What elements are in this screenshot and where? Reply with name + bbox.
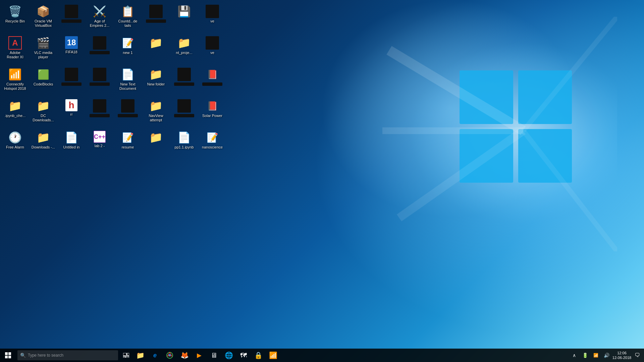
icon-label-redacted: [61, 82, 82, 86]
icon-label: pp1.1.ipynb: [175, 145, 194, 149]
icon-folder-redacted-4[interactable]: 📁: [143, 129, 169, 160]
untitled-icon: 📄: [65, 131, 78, 144]
taskbar-file-explorer[interactable]: 📁: [133, 349, 148, 362]
tray-battery[interactable]: 🔋: [580, 349, 590, 362]
app8-icon: 🗺: [240, 352, 247, 359]
taskbar-firefox[interactable]: 🦊: [177, 349, 192, 362]
taskbar-vlc[interactable]: ▶: [192, 349, 207, 362]
icon-label-redacted: [90, 82, 110, 86]
tray-notification-center[interactable]: 🗨: [632, 349, 643, 362]
edge-icon: e: [153, 352, 157, 359]
connectify-icon: 📶: [8, 68, 22, 81]
icon-word-redacted-5[interactable]: [114, 98, 141, 128]
icon-nanoscience[interactable]: 📝 nanoscience: [199, 129, 226, 160]
icon-age-of-empires[interactable]: ⚔️ Age ofEmpires 2...: [86, 3, 113, 34]
icon-pdf-redacted-1[interactable]: 📕: [199, 66, 226, 97]
taskbar-search-bar[interactable]: 🔍: [17, 350, 118, 360]
h-file-icon: h: [65, 99, 77, 111]
search-input[interactable]: [28, 353, 102, 358]
icon-ipynb-che[interactable]: 📁 .ipynb_che...: [2, 98, 29, 128]
taskbar-app6[interactable]: 🖥: [207, 349, 221, 362]
taskbar-app9[interactable]: 🔒: [251, 349, 266, 362]
taskbar-app7[interactable]: 🌐: [221, 349, 236, 362]
taskbar-app8[interactable]: 🗺: [236, 349, 251, 362]
task-view-icon: [123, 353, 129, 358]
icon-word-redacted-2[interactable]: ve: [199, 35, 226, 65]
icon-label-redacted: [118, 114, 138, 117]
icon-solar-power[interactable]: 📕 Solar Power: [199, 98, 226, 128]
icon-label: nt_proje...: [176, 51, 193, 55]
icon-resume[interactable]: 📝 resume: [114, 129, 141, 160]
icon-cpp-lab2[interactable]: C++ lab 2 -: [86, 129, 113, 160]
age-of-empires-icon: ⚔️: [93, 5, 106, 18]
icon-disk[interactable]: 💾: [171, 3, 198, 34]
icon-redacted-app1[interactable]: [143, 3, 169, 34]
icon-countdown-details[interactable]: 📋 Countd...details: [114, 3, 141, 34]
icon-label: new 1: [123, 51, 132, 55]
pp1-ipynb-icon: 📄: [177, 131, 191, 144]
icon-folder-redacted-1[interactable]: [58, 3, 85, 34]
icon-recycle-bin[interactable]: 🗑️ Recycle Bin: [2, 3, 29, 34]
tray-volume[interactable]: 🔊: [601, 349, 612, 362]
windows-logo: [382, 17, 617, 251]
icon-folder-redacted-2[interactable]: 📁: [143, 35, 169, 65]
redacted-app2-icon: [206, 5, 219, 18]
icon-folder-redacted-3[interactable]: [171, 66, 198, 97]
icon-adobe-reader[interactable]: A AdobeReader XI: [2, 35, 29, 65]
system-tray: ∧ 🔋 📶 🔊 12:06 12-06-2018 🗨: [569, 349, 644, 362]
icon-label-redacted: [146, 19, 166, 23]
icon-word-redacted-4[interactable]: [86, 98, 113, 128]
tray-network[interactable]: 📶: [590, 349, 601, 362]
icon-pp1-ipynb[interactable]: 📄 pp1.1.ipynb: [171, 129, 198, 160]
desktop-icons-area: 🗑️ Recycle Bin 📦 Oracle VMVirtualBox ⚔️ …: [0, 0, 235, 302]
icon-word-redacted-6[interactable]: [171, 98, 198, 128]
icon-label: ve: [210, 19, 214, 23]
icon-label: resume: [122, 145, 134, 149]
tray-expand-button[interactable]: ∧: [569, 349, 580, 362]
word-redacted-5-icon: [121, 99, 135, 113]
icon-label: NavViewattempt: [149, 114, 163, 122]
icon-connectify[interactable]: 📶 ConnectifyHotspot 2018: [2, 66, 29, 97]
taskbar-wifi-app[interactable]: 📶: [266, 349, 280, 362]
icon-redacted-app2[interactable]: ve: [199, 3, 226, 34]
icon-label-redacted: [90, 114, 110, 117]
icon-text-redacted-1[interactable]: [58, 66, 85, 97]
svg-rect-13: [8, 356, 11, 358]
icon-fifa18[interactable]: 18 FIFA18: [58, 35, 85, 65]
icon-downloads-folder[interactable]: 📁 Downloads -...: [30, 129, 57, 160]
icon-vlc[interactable]: 🎬 VLC mediaplayer: [30, 35, 57, 65]
taskbar-chrome[interactable]: [162, 349, 177, 362]
icon-oracle-vm[interactable]: 📦 Oracle VMVirtualBox: [30, 3, 57, 34]
icon-free-alarm[interactable]: 🕐 Free Alarm: [2, 129, 29, 160]
icon-navview-attempt[interactable]: 📁 NavViewattempt: [143, 98, 169, 128]
icon-untitled[interactable]: 📄 Untitled in: [58, 129, 85, 160]
search-icon: 🔍: [20, 353, 26, 358]
icon-word-redacted-3[interactable]: [86, 66, 113, 97]
taskbar-edge[interactable]: e: [148, 349, 162, 362]
text-redacted-1-icon: [65, 68, 78, 81]
redacted-app1-icon: [149, 5, 163, 18]
icon-word-redacted-1[interactable]: [86, 35, 113, 65]
icon-h-file[interactable]: h rr: [58, 98, 85, 128]
solar-power-icon: 📕: [206, 99, 219, 113]
start-button[interactable]: [0, 349, 16, 362]
icon-new1[interactable]: 📝 new 1: [114, 35, 141, 65]
vlc-taskbar-icon: ▶: [197, 352, 202, 359]
icon-label: VLC mediaplayer: [34, 51, 52, 59]
icon-label: ConnectifyHotspot 2018: [4, 82, 26, 91]
ipynb-che-icon: 📁: [8, 99, 22, 113]
icon-label: CodeBlocks: [34, 82, 53, 86]
icon-new-folder[interactable]: 📁 New folder: [143, 66, 169, 97]
icon-codeblocks[interactable]: 🟩 CodeBlocks: [30, 66, 57, 97]
svg-rect-10: [5, 352, 8, 355]
icon-nt-project[interactable]: 📁 nt_proje...: [171, 35, 198, 65]
chevron-up-icon: ∧: [573, 353, 576, 358]
icon-label-redacted: [202, 82, 222, 86]
app9-icon: 🔒: [254, 351, 263, 359]
task-view-button[interactable]: [119, 349, 133, 362]
icon-new-text-document[interactable]: 📄 New TextDocument: [114, 66, 141, 97]
svg-rect-14: [123, 353, 126, 356]
tray-clock[interactable]: 12:06 12-06-2018: [612, 349, 632, 362]
icon-dc-downloads[interactable]: 📁 DCDownloads...: [30, 98, 57, 128]
icon-label: New folder: [147, 82, 165, 86]
